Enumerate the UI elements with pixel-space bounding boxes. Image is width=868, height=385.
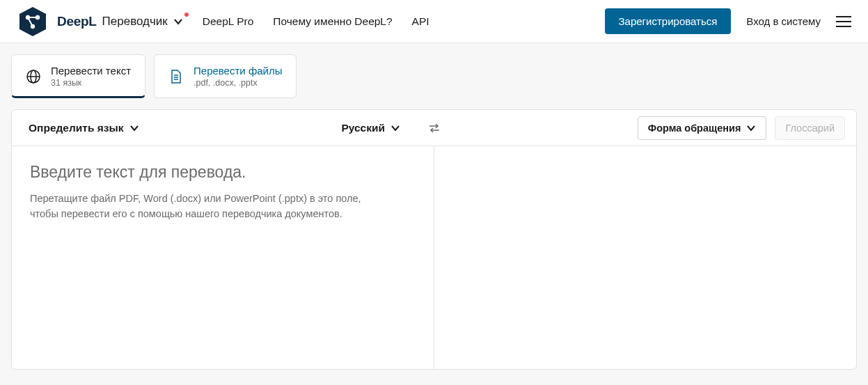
- nav-link-pro[interactable]: DeepL Pro: [203, 15, 254, 28]
- chevron-down-icon: [129, 123, 139, 133]
- mode-tab-text-labels: Перевести текст 31 язык: [51, 65, 131, 88]
- source-placeholder-sub: Перетащите файл PDF, Word (.docx) или Po…: [30, 191, 392, 222]
- source-lang-area: Определить язык: [12, 122, 324, 134]
- deepl-logo-icon[interactable]: [17, 6, 49, 38]
- svg-marker-0: [19, 7, 46, 36]
- mode-tab-files[interactable]: Перевести файлы .pdf, .docx, .pptx: [154, 54, 297, 98]
- mode-tabs: Перевести текст 31 язык Перевести файлы …: [0, 43, 868, 109]
- formality-selector[interactable]: Форма обращения: [638, 116, 767, 140]
- chevron-down-icon: [746, 123, 756, 133]
- mode-tab-files-labels: Перевести файлы .pdf, .docx, .pptx: [194, 65, 282, 88]
- mode-tab-text[interactable]: Перевести текст 31 язык: [11, 54, 145, 98]
- document-icon: [168, 69, 184, 84]
- mode-tab-files-title: Перевести файлы: [194, 65, 282, 77]
- brand-line[interactable]: DeepL Переводчик: [57, 14, 183, 29]
- nav-link-api[interactable]: API: [412, 15, 429, 28]
- hamburger-menu-icon[interactable]: [836, 16, 851, 27]
- target-pane: [434, 146, 856, 369]
- brand-name: DeepL: [57, 14, 97, 29]
- source-placeholder-title: Введите текст для перевода.: [30, 163, 416, 182]
- brand-chevron: [173, 17, 183, 26]
- mode-tab-text-sub: 31 язык: [51, 78, 131, 88]
- source-language-label: Определить язык: [29, 122, 124, 134]
- target-lang-area: Русский: [324, 122, 637, 134]
- translator-panel: Определить язык Русский Форма обраще: [11, 109, 857, 370]
- login-link[interactable]: Вход в систему: [746, 15, 821, 27]
- chevron-down-icon: [173, 17, 183, 26]
- nav-link-why[interactable]: Почему именно DeepL?: [273, 15, 392, 28]
- source-pane[interactable]: Введите текст для перевода. Перетащите ф…: [12, 146, 434, 369]
- swap-languages-icon[interactable]: [427, 121, 441, 135]
- chevron-down-icon: [390, 123, 400, 133]
- target-language-selector[interactable]: Русский: [341, 122, 400, 134]
- formality-label: Форма обращения: [648, 123, 741, 134]
- language-bar: Определить язык Русский Форма обраще: [12, 110, 856, 146]
- source-language-selector[interactable]: Определить язык: [29, 122, 139, 134]
- notification-dot-icon: [184, 13, 189, 17]
- target-options: Форма обращения Глоссарий: [638, 116, 856, 140]
- brand-product: Переводчик: [102, 15, 168, 29]
- glossary-button[interactable]: Глоссарий: [775, 116, 845, 140]
- mode-tab-files-sub: .pdf, .docx, .pptx: [194, 78, 282, 88]
- globe-icon: [26, 69, 41, 84]
- signup-button[interactable]: Зарегистрироваться: [605, 8, 732, 34]
- target-language-label: Русский: [341, 122, 385, 134]
- mode-tab-text-title: Перевести текст: [51, 65, 131, 77]
- logo-area: DeepL Переводчик: [17, 6, 183, 38]
- main-nav: DeepL Pro Почему именно DeepL? API: [203, 15, 429, 28]
- main-header: DeepL Переводчик DeepL Pro Почему именно…: [0, 0, 868, 43]
- translation-panes: Введите текст для перевода. Перетащите ф…: [12, 146, 856, 369]
